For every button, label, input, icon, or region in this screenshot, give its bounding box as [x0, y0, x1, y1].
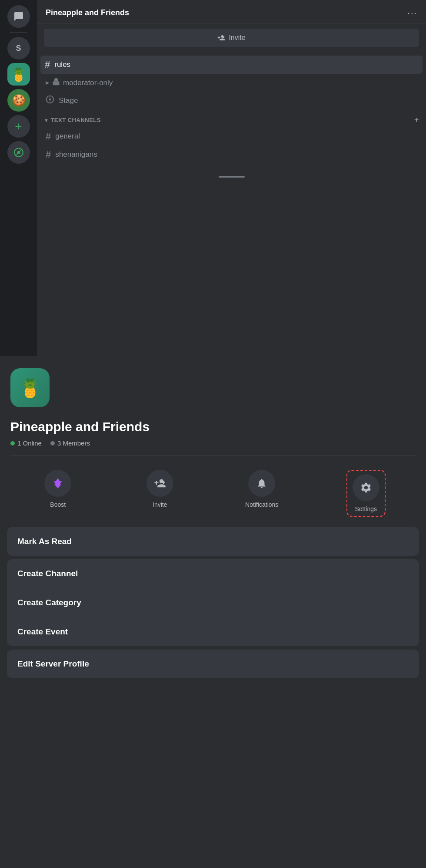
- create-group-section: Create Channel Create Category Create Ev…: [7, 559, 419, 646]
- sidebar-icon-s[interactable]: S: [7, 37, 30, 59]
- channel-panel: Pineapple and Friends ··· Invite # r: [37, 0, 426, 356]
- online-count: 1 Online: [17, 439, 42, 447]
- lock-hash-icon: [52, 77, 60, 88]
- member-stat: 3 Members: [50, 439, 90, 447]
- notifications-button[interactable]: Notifications: [244, 470, 279, 517]
- channel-name: shenanigans: [55, 150, 97, 159]
- settings-button[interactable]: Settings: [346, 470, 386, 517]
- edit-server-profile-button[interactable]: Edit Server Profile: [7, 650, 419, 678]
- channel-panel-title: Pineapple and Friends: [46, 8, 129, 17]
- edit-profile-section: Edit Server Profile: [7, 650, 419, 678]
- create-event-button[interactable]: Create Event: [7, 617, 419, 646]
- notifications-icon-circle: [248, 470, 275, 497]
- notifications-label: Notifications: [245, 501, 278, 508]
- sheet-header-area: 🍍: [0, 356, 426, 407]
- divider-1: [10, 455, 416, 456]
- sidebar-icon-dm[interactable]: [7, 5, 30, 28]
- hash-icon: #: [46, 149, 51, 160]
- channel-item-moderator-only[interactable]: ▶ moderator-only: [37, 74, 426, 92]
- mark-as-read-section: Mark As Read: [7, 527, 419, 556]
- invite-action-button[interactable]: Invite: [143, 470, 177, 517]
- channel-name: moderator-only: [63, 79, 113, 87]
- boost-button[interactable]: Boost: [40, 470, 75, 517]
- scroll-indicator: [219, 176, 245, 178]
- channel-item-general[interactable]: # general: [37, 127, 426, 145]
- top-section: S 🍍 🍪 + Pineapple and Friends ···: [0, 0, 426, 356]
- action-row: Boost Invite Notifications: [0, 465, 426, 527]
- expand-arrow-icon: ▶: [46, 80, 49, 86]
- invite-button[interactable]: Invite: [44, 29, 419, 47]
- create-category-button[interactable]: Create Category: [7, 588, 419, 617]
- boost-icon-circle: [44, 470, 71, 497]
- category-header-text-channels[interactable]: ▼ TEXT CHANNELS +: [37, 109, 426, 127]
- member-count: 3 Members: [57, 439, 90, 447]
- sidebar-icon-pineapple[interactable]: 🍍: [7, 63, 30, 86]
- channel-list: # rules ▶ moderator-only: [37, 52, 426, 167]
- channel-item-stage[interactable]: Stage: [37, 92, 426, 109]
- online-stat: 1 Online: [10, 439, 42, 447]
- channel-name: rules: [54, 60, 70, 69]
- sidebar-icon-cookie[interactable]: 🍪: [7, 89, 30, 112]
- hash-icon: #: [45, 59, 50, 70]
- mark-as-read-button[interactable]: Mark As Read: [7, 527, 419, 556]
- server-name-large: Pineapple and Friends: [10, 419, 416, 434]
- svg-rect-5: [53, 81, 60, 85]
- create-channel-button[interactable]: Create Channel: [7, 559, 419, 588]
- bottom-sheet: 🍍 Pineapple and Friends 1 Online 3 Membe…: [0, 356, 426, 868]
- svg-point-7: [49, 99, 51, 101]
- channel-name: Stage: [59, 96, 78, 105]
- offline-dot: [50, 441, 55, 446]
- sidebar-icon-discover[interactable]: [7, 141, 30, 164]
- sidebar-icon-add[interactable]: +: [7, 115, 30, 138]
- invite-action-label: Invite: [153, 501, 167, 508]
- boost-label: Boost: [50, 501, 66, 508]
- category-arrow-icon: ▼: [44, 118, 49, 123]
- invite-button-label: Invite: [229, 34, 245, 42]
- channel-header: Pineapple and Friends ···: [37, 0, 426, 23]
- member-stats: 1 Online 3 Members: [10, 439, 416, 447]
- add-channel-button[interactable]: +: [414, 116, 419, 125]
- more-options-button[interactable]: ···: [407, 8, 417, 18]
- server-sidebar: S 🍍 🍪 +: [0, 0, 37, 356]
- settings-label: Settings: [355, 505, 377, 512]
- settings-icon-circle: [353, 474, 379, 501]
- invite-icon-circle: [146, 470, 173, 497]
- online-dot: [10, 441, 15, 446]
- channel-item-rules[interactable]: # rules: [40, 56, 423, 74]
- server-info: Pineapple and Friends 1 Online 3 Members: [0, 407, 426, 447]
- hash-icon: #: [46, 131, 51, 142]
- server-icon-large: 🍍: [10, 368, 50, 407]
- channel-name: general: [55, 132, 80, 141]
- channel-item-shenanigans[interactable]: # shenanigans: [37, 145, 426, 164]
- category-name: TEXT CHANNELS: [50, 117, 101, 123]
- stage-icon: [46, 95, 54, 106]
